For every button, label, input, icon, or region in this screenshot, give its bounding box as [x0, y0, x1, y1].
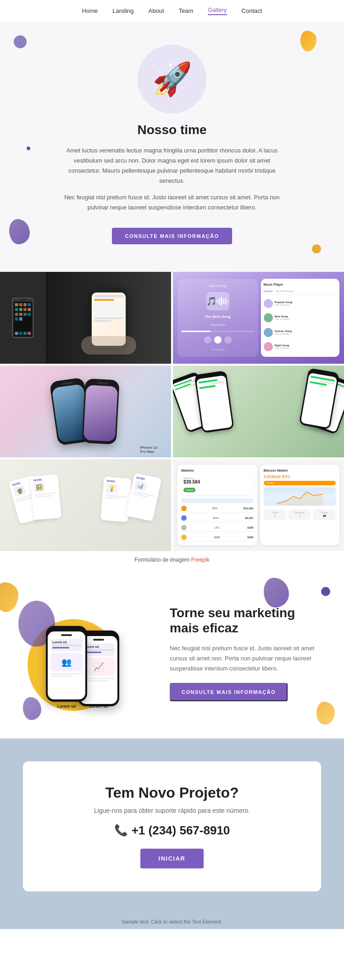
- cards-mockup: WORK 🪴 WORK 🖼️ WORK 💡: [0, 459, 171, 551]
- coin-row-btc: BTC $34,590: [181, 505, 254, 513]
- svg-rect-2: [221, 297, 222, 305]
- coin-row-ltc: LTC $180: [181, 524, 254, 532]
- eth-icon: [181, 515, 187, 521]
- balance-badge: Active: [183, 488, 195, 492]
- song-item-4: Night Song Cite of Artist: [264, 342, 337, 351]
- mkt-phone-screen-1: Lorem sit 👥: [48, 631, 85, 699]
- phone-hand-mockup: [0, 272, 171, 364]
- nav-landing[interactable]: Landing: [112, 7, 133, 14]
- gallery-cell-cards[interactable]: WORK 🪴 WORK 🖼️ WORK 💡: [0, 459, 171, 551]
- cta-phone-row: 📞 +1 (234) 567-8910: [41, 823, 303, 838]
- dot-middle-left: [27, 146, 30, 150]
- card-4: WORK 📊: [126, 473, 161, 521]
- main-nav: Home Landing About Team Gallery Contact: [0, 0, 344, 22]
- btc-wallet-chart: [264, 487, 336, 506]
- music-song-list-card: Music Player PopularRecent Played Popula…: [261, 279, 340, 357]
- gallery-cell-phone-hand[interactable]: [0, 272, 171, 364]
- gallery-grid: Now Playing The Best Song Free Artist: [0, 272, 344, 551]
- hero-section: 🚀 Nosso time Amet luctus venenatis lectu…: [0, 22, 344, 272]
- gallery-caption: Formulário de imagem Freepik: [0, 551, 344, 569]
- hero-illustration-circle: 🚀: [138, 45, 206, 113]
- svg-rect-4: [225, 298, 226, 304]
- gallery-cell-bitcoin[interactable]: Wallets Balance $39.584 Active: [173, 459, 344, 551]
- hero-cta-button[interactable]: CONSULTE MAIS INFORMAÇÃO: [112, 228, 232, 244]
- gallery-cell-music-app[interactable]: Now Playing The Best Song Free Artist: [173, 272, 344, 364]
- svg-marker-7: [277, 492, 322, 506]
- eth-coin-name: ETH: [213, 517, 219, 519]
- svg-rect-5: [227, 300, 228, 303]
- nav-contact[interactable]: Contact: [242, 7, 262, 14]
- btc-chart-area: [181, 499, 254, 503]
- song-item-2: New Song Cite of Artist: [264, 313, 337, 322]
- cta-phone-number: +1 (234) 567-8910: [132, 823, 230, 838]
- iphone-device-2: [82, 378, 119, 445]
- waveform-icon: [206, 292, 229, 310]
- gallery-caption-link[interactable]: Freepik: [191, 557, 210, 563]
- bnb-icon: [181, 535, 187, 540]
- music-app-mockup: Now Playing The Best Song Free Artist: [173, 272, 344, 364]
- gallery-cell-iphone12[interactable]: iPhone 12Pro Max: [0, 366, 171, 457]
- ltc-coin-name: LTC: [215, 526, 220, 529]
- gallery-caption-text: Formulário de imagem: [134, 557, 191, 563]
- footer: Sample text. Click to select the Text El…: [0, 914, 344, 929]
- wallets-card: Wallets Balance $39.584 Active: [178, 465, 257, 545]
- bnb-price: $390: [247, 536, 253, 539]
- song-info-4: Night Song Cite of Artist: [275, 344, 289, 349]
- cta-start-button[interactable]: INICIAR: [140, 849, 204, 868]
- blob-top-right: [300, 31, 316, 51]
- mkt-screen-card-1: Lorem sit: [50, 639, 83, 651]
- chat-app-mockup: [173, 366, 344, 457]
- mkt-screen-card-2: Lorem sit: [83, 643, 115, 656]
- next-btn[interactable]: [224, 336, 232, 344]
- music-song-title: The Best Song: [205, 315, 231, 319]
- coin-row-eth: ETH $2,301: [181, 514, 254, 522]
- phone-notch-2: [93, 639, 104, 641]
- footer-text: Sample text. Click to select the Text El…: [122, 919, 222, 924]
- nav-home[interactable]: Home: [82, 7, 98, 14]
- song-info-3: Classic Song Cite of Artist: [275, 330, 292, 335]
- nav-gallery[interactable]: Gallery: [208, 6, 227, 15]
- cta-subtitle: Ligue-nos para obter suporte rápido para…: [41, 807, 303, 814]
- prev-btn[interactable]: [204, 336, 211, 344]
- marketing-content: Torne seu marketing mais eficaz Nec feug…: [170, 605, 326, 701]
- song-info-2: New Song Cite of Artist: [275, 315, 289, 321]
- btc-icon: [181, 506, 187, 511]
- music-artist: Free Artist: [211, 323, 225, 327]
- bnb-coin-name: BNB: [214, 536, 220, 539]
- music-controls: [204, 336, 232, 344]
- song-dot-1: [264, 299, 273, 308]
- song-dot-4: [264, 342, 273, 351]
- song-dot-3: [264, 328, 273, 337]
- iphone-screen-2: [83, 385, 117, 441]
- marketing-description: Nec feugiat nisl pretium fusce id. Justo…: [170, 643, 326, 674]
- blob-bottom-left: [9, 219, 30, 244]
- mkt-blob-tr: [321, 587, 330, 596]
- song-item-3: Classic Song Cite of Artist: [264, 328, 337, 337]
- gallery-section: Now Playing The Best Song Free Artist: [0, 272, 344, 569]
- hero-paragraph-1: Amet luctus venenatis lectus magna fring…: [57, 146, 287, 186]
- cta-section: Tem Novo Projeto? Ligue-nos para obter s…: [0, 738, 344, 914]
- mkt-blob-tl: [0, 582, 18, 612]
- song-info-1: Popular Song Cite of Artist: [275, 301, 293, 306]
- card-2: WORK 🖼️: [30, 474, 61, 520]
- gallery-cell-chat-app[interactable]: [173, 366, 344, 457]
- bitcoin-app-mockup: Wallets Balance $39.584 Active: [173, 459, 344, 551]
- cta-title: Tem Novo Projeto?: [41, 784, 303, 801]
- svg-rect-3: [223, 299, 224, 304]
- hero-title: Nosso time: [37, 123, 307, 137]
- play-btn[interactable]: [214, 336, 222, 344]
- blob-bottom-right: [312, 244, 321, 253]
- ltc-price: $180: [247, 526, 253, 529]
- nav-about[interactable]: About: [149, 7, 164, 14]
- mkt-phone-main: Lorem sit 👥: [46, 626, 87, 702]
- music-player-card: Now Playing The Best Song Free Artist: [178, 279, 258, 357]
- cta-box: Tem Novo Projeto? Ligue-nos para obter s…: [23, 761, 321, 891]
- iphone12-mockup: iPhone 12Pro Max: [0, 366, 171, 457]
- marketing-cta-button[interactable]: CONSULTE MAIS INFORMAÇÃO: [170, 683, 288, 701]
- blob-top-left: [14, 35, 27, 48]
- bitcoin-wallet-card: Bitcoin Wallet 3.529020 BTC +2.3% Send ↑: [260, 465, 340, 545]
- wallets-title: Wallets: [181, 468, 254, 473]
- marketing-phones-illustration: Lorem sit 👥 Lorem sit Lorem sit: [18, 596, 156, 711]
- nav-team[interactable]: Team: [179, 7, 194, 14]
- phone-notch-1: [61, 634, 72, 636]
